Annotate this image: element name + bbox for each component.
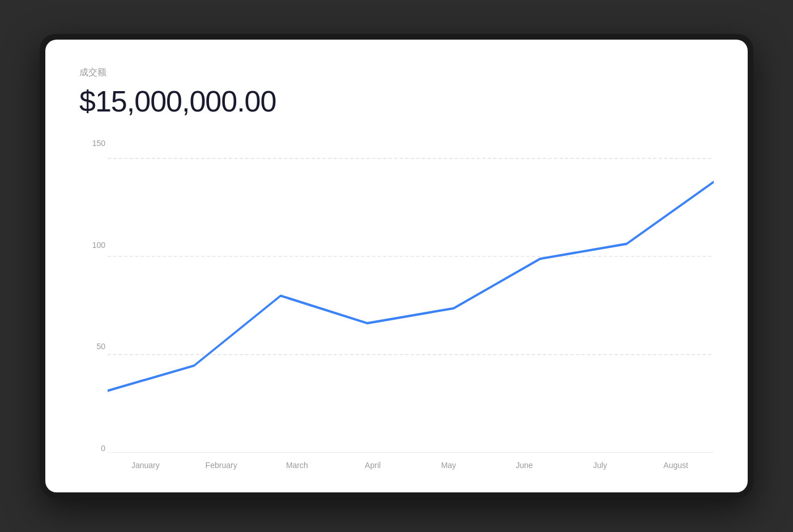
card: 成交额 $15,000,000.00 150 100 50 0 (45, 40, 748, 492)
x-label-jul: July (562, 461, 638, 470)
chart-container: 150 100 50 0 (79, 139, 714, 470)
x-label-jan: January (108, 461, 184, 470)
y-axis-labels: 150 100 50 0 (79, 139, 105, 453)
y-label-100: 100 (92, 241, 105, 250)
x-label-jun: June (487, 461, 562, 470)
y-label-50: 50 (96, 342, 105, 351)
x-axis-labels: January February March April May June Ju… (108, 461, 714, 470)
y-label-0: 0 (101, 444, 105, 453)
x-label-apr: April (335, 461, 411, 470)
x-label-aug: August (638, 461, 714, 470)
metric-label: 成交额 (79, 67, 714, 79)
x-label-may: May (411, 461, 487, 470)
chart-line (108, 182, 714, 391)
y-label-150: 150 (92, 139, 105, 148)
x-label-mar: March (259, 461, 335, 470)
device-frame: 成交额 $15,000,000.00 150 100 50 0 (40, 34, 753, 498)
line-chart (108, 139, 714, 453)
chart-area: 150 100 50 0 (108, 139, 714, 453)
x-label-feb: February (184, 461, 259, 470)
metric-value: $15,000,000.00 (79, 84, 714, 118)
